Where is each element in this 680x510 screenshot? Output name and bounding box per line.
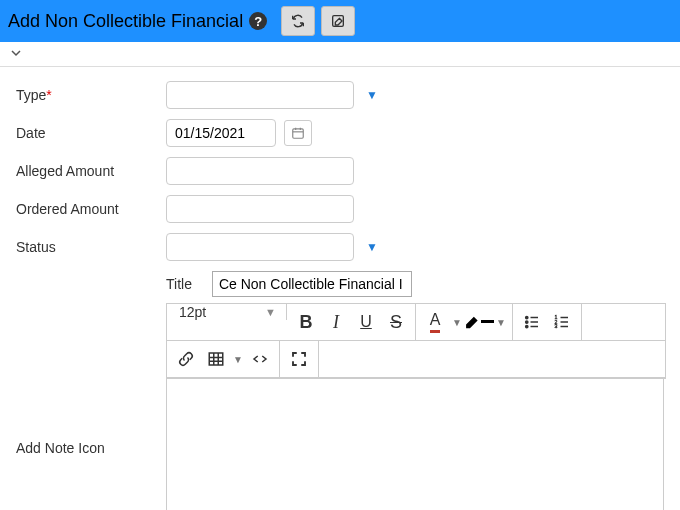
page-header: Add Non Collectible Financial ? <box>0 0 680 42</box>
title-input[interactable] <box>212 271 412 297</box>
text-color-caret[interactable]: ▼ <box>450 308 464 336</box>
strikethrough-button[interactable]: S <box>381 308 411 336</box>
required-marker: * <box>46 87 51 103</box>
date-input[interactable] <box>166 119 276 147</box>
label-title: Title <box>166 276 192 292</box>
list-group: 123 <box>513 304 582 340</box>
code-button[interactable] <box>245 345 275 373</box>
help-icon[interactable]: ? <box>249 12 267 30</box>
rich-text-editor: 12pt ▼ B I U S A ▼ ▼ <box>166 303 666 379</box>
format-group: B I U S <box>287 304 416 340</box>
chevron-down-icon: ▼ <box>265 306 276 318</box>
fullscreen-button[interactable] <box>284 345 314 373</box>
collapse-toggle[interactable] <box>10 46 22 62</box>
numbered-list-button[interactable]: 123 <box>547 308 577 336</box>
status-dropdown-caret[interactable]: ▼ <box>362 240 382 254</box>
label-type-text: Type <box>16 87 46 103</box>
font-size-value: 12pt <box>179 304 206 320</box>
italic-button[interactable]: I <box>321 308 351 336</box>
fullscreen-group <box>280 341 319 377</box>
label-add-note: Add Note Icon <box>16 434 166 456</box>
toolbar-row-2: ▼ <box>167 341 665 378</box>
toolbar-row-1: 12pt ▼ B I U S A ▼ ▼ <box>167 304 665 341</box>
row-type: Type* ▼ <box>16 81 664 109</box>
label-type: Type* <box>16 87 166 103</box>
underline-button[interactable]: U <box>351 308 381 336</box>
label-alleged: Alleged Amount <box>16 163 166 179</box>
row-ordered: Ordered Amount <box>16 195 664 223</box>
type-input[interactable] <box>166 81 354 109</box>
svg-point-7 <box>526 321 528 323</box>
svg-text:3: 3 <box>555 323 558 329</box>
label-status: Status <box>16 239 166 255</box>
refresh-button[interactable] <box>281 6 315 36</box>
label-ordered: Ordered Amount <box>16 201 166 217</box>
edit-button[interactable] <box>321 6 355 36</box>
link-button[interactable] <box>171 345 201 373</box>
font-size-select[interactable]: 12pt ▼ <box>167 304 287 320</box>
bold-button[interactable]: B <box>291 308 321 336</box>
row-status: Status ▼ <box>16 233 664 261</box>
table-button[interactable] <box>201 345 231 373</box>
status-input[interactable] <box>166 233 354 261</box>
insert-group: ▼ <box>167 341 280 377</box>
ordered-amount-input[interactable] <box>166 195 354 223</box>
collapse-bar <box>0 42 680 67</box>
label-date: Date <box>16 125 166 141</box>
highlight-caret[interactable]: ▼ <box>494 308 508 336</box>
svg-rect-17 <box>209 353 223 365</box>
row-date: Date <box>16 119 664 147</box>
alleged-amount-input[interactable] <box>166 157 354 185</box>
table-caret[interactable]: ▼ <box>231 345 245 373</box>
svg-rect-1 <box>293 129 304 138</box>
text-color-button[interactable]: A <box>420 308 450 336</box>
page-title: Add Non Collectible Financial <box>8 11 243 32</box>
editor-body[interactable] <box>166 379 664 510</box>
editor-block: Title 12pt ▼ B I U S A ▼ <box>166 271 666 379</box>
row-alleged: Alleged Amount <box>16 157 664 185</box>
form-area: Type* ▼ Date Alleged Amount O <box>0 67 680 510</box>
toolbar-spacer <box>582 304 665 340</box>
calendar-icon[interactable] <box>284 120 312 146</box>
svg-point-5 <box>526 316 528 318</box>
toolbar-spacer-2 <box>319 341 665 377</box>
bullet-list-button[interactable] <box>517 308 547 336</box>
type-dropdown-caret[interactable]: ▼ <box>362 88 382 102</box>
editor-body-row: Add Note Icon <box>16 379 664 510</box>
title-row: Title <box>166 271 666 297</box>
highlight-button[interactable] <box>464 308 494 336</box>
svg-point-9 <box>526 325 528 327</box>
color-group: A ▼ ▼ <box>416 304 513 340</box>
